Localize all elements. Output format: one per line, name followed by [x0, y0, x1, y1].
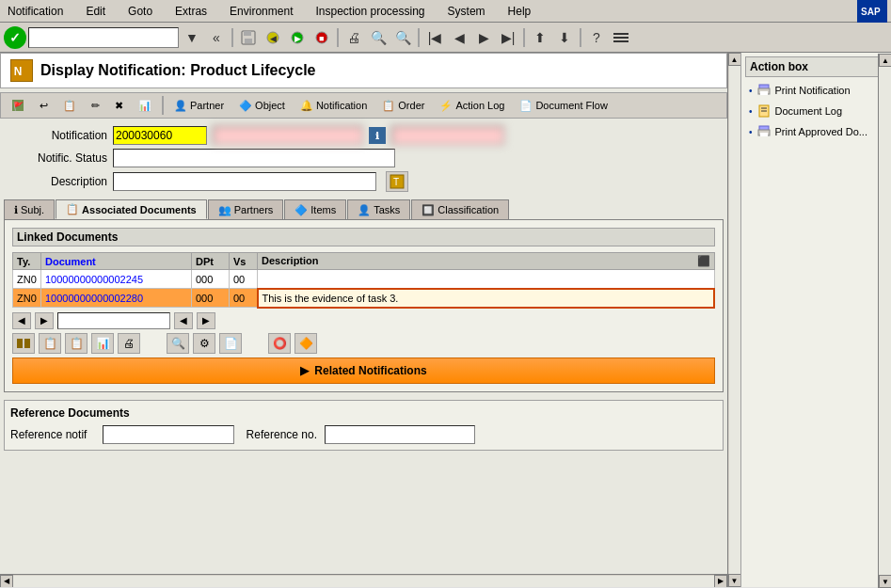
delete-btn[interactable]: ✖	[108, 95, 130, 116]
desc-icon-btn[interactable]: T	[386, 171, 408, 192]
svg-text:◀: ◀	[270, 34, 277, 43]
menu-extras[interactable]: Extras	[171, 3, 211, 20]
tbl-btn1[interactable]	[12, 333, 35, 354]
tbl-btn8[interactable]: 📄	[219, 333, 242, 354]
back-btn[interactable]: «	[205, 26, 228, 49]
main-vscrollbar: ▲ ▼	[727, 53, 740, 587]
next2-btn[interactable]: ▶	[472, 26, 495, 49]
tbl-btn3[interactable]: 📋	[65, 333, 88, 354]
notif-status-row: Notific. Status	[4, 149, 724, 167]
prev-btn[interactable]: ◀	[262, 26, 284, 49]
settings-btn[interactable]	[610, 26, 632, 49]
info-btn[interactable]: ℹ	[369, 127, 386, 144]
prev2-btn[interactable]: ◀	[448, 26, 470, 49]
act-sep1	[162, 96, 164, 115]
menu-help[interactable]: Help	[504, 3, 535, 20]
tab-subj[interactable]: ℹ Subj.	[4, 199, 55, 219]
notification-input[interactable]	[113, 126, 207, 145]
tab-associated-documents[interactable]: 📋 Associated Documents	[56, 199, 207, 219]
description-input[interactable]	[113, 172, 376, 191]
notification-extra-input[interactable]	[213, 126, 363, 145]
tbl-btn2[interactable]: 📋	[39, 333, 61, 354]
row1-document: 10000000000002245	[41, 270, 192, 289]
nav-prev2-btn[interactable]: ◀	[174, 312, 193, 329]
action-log-btn[interactable]: ⚡ Action Log	[433, 95, 511, 116]
page-up-btn[interactable]: ⬆	[529, 26, 551, 49]
vscroll-up-btn[interactable]: ▲	[728, 53, 741, 66]
doc-flow-btn[interactable]: 📄 Document Flow	[513, 95, 613, 116]
col-scroll-btn[interactable]: ⬛	[697, 255, 710, 267]
page-down-btn[interactable]: ⬇	[553, 26, 576, 49]
sidebar-print-notification[interactable]: • Print Notification	[745, 81, 887, 100]
print-approved-icon	[756, 124, 772, 139]
ref-notif-input[interactable]	[103, 425, 234, 444]
menu-edit[interactable]: Edit	[82, 3, 109, 20]
menu-goto[interactable]: Goto	[124, 3, 156, 20]
first-btn[interactable]: |◀	[423, 26, 446, 49]
dropdown-btn[interactable]: ▼	[181, 26, 203, 49]
hscroll-left-btn[interactable]: ◀	[0, 575, 13, 588]
hscroll-track[interactable]	[13, 576, 714, 587]
tbl-btn4[interactable]: 📊	[91, 333, 114, 354]
nav-icon1[interactable]: ⭕	[268, 333, 291, 354]
menu-notification[interactable]: Notification	[4, 3, 67, 20]
row2-desc[interactable]: This is the evidence of task 3.	[258, 289, 715, 308]
nav-icon2[interactable]: 🔶	[294, 333, 317, 354]
tab-classification[interactable]: 🔲 Classification	[411, 199, 509, 219]
hscroll-right-btn[interactable]: ▶	[714, 575, 727, 588]
help-btn[interactable]: ?	[585, 26, 608, 49]
object-icon: 🔷	[239, 100, 252, 112]
sidebar-print-approved[interactable]: • Print Approved Do...	[745, 122, 887, 141]
row1-desc	[258, 270, 715, 289]
table-row[interactable]: ZN0 10000000000002245 000 00	[13, 270, 715, 289]
tbl-btn5[interactable]: 🖨	[118, 333, 140, 354]
nav-next2-btn[interactable]: ▶	[197, 312, 215, 329]
tab-partners[interactable]: 👥 Partners	[208, 199, 284, 219]
tbl-btn7[interactable]: ⚙	[193, 333, 215, 354]
last-btn[interactable]: ▶|	[497, 26, 519, 49]
tab-items[interactable]: 🔷 Items	[284, 199, 346, 219]
find-next-btn[interactable]: 🔍	[391, 26, 414, 49]
nav-text-input[interactable]	[57, 312, 170, 329]
nav-prev-btn[interactable]: ◀	[12, 312, 31, 329]
ref-no-input[interactable]	[325, 425, 475, 444]
save-btn[interactable]	[237, 26, 260, 49]
related-notifications-btn[interactable]: ▶ Related Notifications	[12, 358, 715, 384]
menu-inspection-processing[interactable]: Inspection processing	[311, 3, 428, 20]
stop-btn[interactable]: ■	[310, 26, 333, 49]
tab-tasks[interactable]: 👤 Tasks	[347, 199, 410, 219]
nav-next-btn[interactable]: ▶	[35, 312, 54, 329]
next-btn[interactable]: ▶	[286, 26, 309, 49]
notif-status-right[interactable]	[391, 126, 504, 145]
small-btn3[interactable]: 📊	[132, 95, 158, 116]
sidebar-vscroll-track[interactable]	[879, 67, 891, 575]
vscroll-down-btn[interactable]: ▼	[728, 574, 741, 587]
order-label: Order	[398, 100, 424, 111]
small-btn1[interactable]: 📋	[56, 95, 83, 116]
order-btn[interactable]: 📋 Order	[375, 95, 431, 116]
table-row[interactable]: ZN0 10000000000002280 000 00 This is the…	[13, 289, 715, 308]
print-btn[interactable]: 🖨	[342, 26, 365, 49]
find-btn[interactable]: 🔍	[367, 26, 390, 49]
partner-icon: 👤	[174, 100, 187, 112]
row2-type: ZN0	[13, 289, 41, 308]
sidebar-document-log[interactable]: • Document Log	[745, 102, 887, 120]
sidebar-vscroll-down[interactable]: ▼	[879, 575, 891, 588]
notification-btn[interactable]: 🔔 Notification	[294, 95, 374, 116]
tab-tasks-label: Tasks	[374, 204, 400, 215]
notification-icon: 🔔	[300, 100, 313, 112]
bullet3-icon: •	[749, 127, 753, 137]
menu-system[interactable]: System	[444, 3, 489, 20]
partner-btn[interactable]: 👤 Partner	[167, 95, 231, 116]
small-btn2[interactable]: ✏	[85, 95, 106, 116]
vscroll-track[interactable]	[729, 66, 740, 574]
menu-environment[interactable]: Environment	[226, 3, 296, 20]
sidebar-vscroll-up[interactable]: ▲	[879, 54, 891, 67]
description-label: Description	[4, 175, 107, 188]
notif-status-input[interactable]	[113, 149, 395, 167]
undo-btn[interactable]: ↩	[33, 95, 55, 116]
command-input[interactable]	[28, 27, 179, 48]
object-btn[interactable]: 🔷 Object	[232, 95, 292, 116]
tbl-btn6[interactable]: 🔍	[167, 333, 189, 354]
flag-btn[interactable]: 🚩	[5, 95, 31, 116]
